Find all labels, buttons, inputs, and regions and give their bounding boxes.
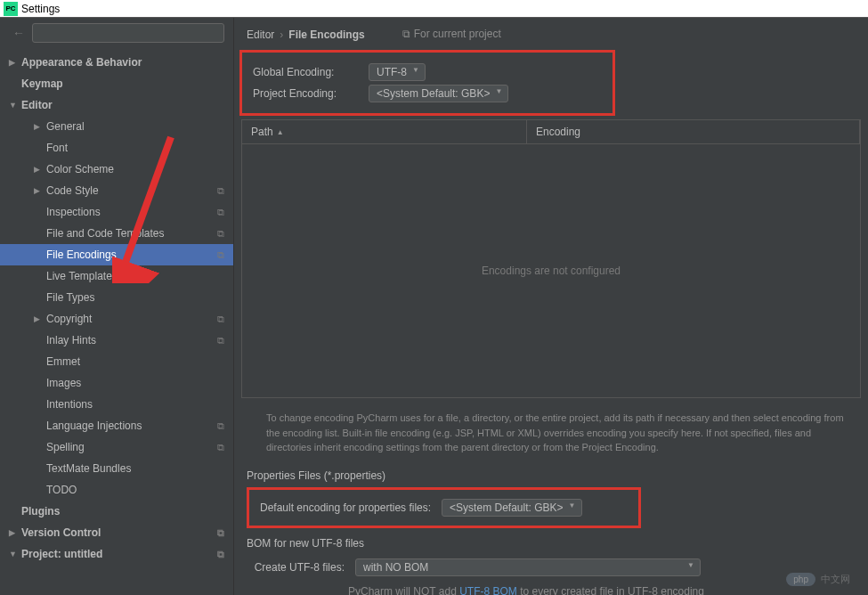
tree-item-label: General [46, 120, 85, 133]
per-project-icon: ⧉ [217, 185, 224, 197]
tree-item-font[interactable]: Font [0, 137, 233, 159]
tree-arrow-icon [34, 122, 43, 131]
tree-item-inlay-hints[interactable]: Inlay Hints⧉ [0, 330, 233, 351]
tree-item-keymap[interactable]: Keymap [0, 73, 233, 94]
tree-item-label: Editor [21, 99, 53, 111]
tree-item-label: Plugins [21, 505, 60, 518]
window-titlebar: PC Settings [0, 0, 868, 18]
tree-item-label: Copyright [46, 313, 92, 325]
app-icon: PC [4, 2, 18, 16]
tree-item-label: Code Style [46, 184, 99, 197]
utf8-bom-link[interactable]: UTF-8 BOM [459, 585, 517, 596]
bom-dropdown[interactable]: with NO BOM [355, 558, 701, 576]
sort-asc-icon: ▲ [277, 128, 284, 136]
tree-item-general[interactable]: General [0, 116, 233, 137]
settings-main: Editor›File Encodings ⧉ For current proj… [234, 18, 868, 595]
search-input[interactable] [32, 23, 224, 43]
tree-item-textmate-bundles[interactable]: TextMate Bundles [0, 458, 233, 479]
settings-tree: Appearance & BehaviorKeymapEditorGeneral… [0, 48, 233, 595]
per-project-icon: ⧉ [217, 207, 224, 218]
tree-arrow-icon [34, 165, 43, 174]
tree-item-label: File Encodings [46, 249, 117, 261]
per-project-icon: ⧉ [217, 549, 224, 560]
tree-item-spelling[interactable]: Spelling⧉ [0, 436, 233, 458]
tree-item-language-injections[interactable]: Language Injections⧉ [0, 415, 233, 436]
tree-item-emmet[interactable]: Emmet [0, 351, 233, 372]
column-path[interactable]: Path▲ [242, 120, 527, 143]
properties-highlight-box: Default encoding for properties files: <… [247, 487, 641, 528]
tree-item-label: Version Control [21, 526, 101, 539]
encoding-info-text: To change encoding PyCharm uses for a fi… [234, 398, 868, 462]
tree-item-label: Color Scheme [46, 163, 114, 175]
settings-sidebar: ← Appearance & BehaviorKeymapEditorGener… [0, 18, 234, 595]
tree-item-appearance-behavior[interactable]: Appearance & Behavior [0, 52, 233, 73]
tree-item-label: Inspections [46, 206, 101, 218]
per-project-icon: ⧉ [217, 314, 224, 325]
for-current-project-link[interactable]: ⧉ For current project [402, 28, 501, 40]
tree-item-label: Spelling [46, 441, 85, 453]
properties-section-title: Properties Files (*.properties) [234, 462, 868, 485]
tree-item-label: TextMate Bundles [46, 462, 131, 475]
per-project-icon: ⧉ [217, 420, 224, 432]
tree-item-label: Language Injections [46, 420, 142, 432]
per-project-icon: ⧉ [217, 442, 224, 453]
tree-arrow-icon [34, 314, 43, 323]
tree-item-version-control[interactable]: Version Control⧉ [0, 522, 233, 543]
tree-arrow-icon [9, 528, 18, 537]
tree-item-label: Appearance & Behavior [21, 56, 142, 69]
tree-item-file-and-code-templates[interactable]: File and Code Templates⧉ [0, 223, 233, 244]
tree-item-intentions[interactable]: Intentions [0, 394, 233, 415]
tree-item-images[interactable]: Images [0, 372, 233, 394]
breadcrumb: Editor›File Encodings [247, 27, 365, 41]
encoding-table: Path▲ Encoding Encodings are not configu… [241, 119, 861, 398]
tree-item-project-untitled[interactable]: Project: untitled⧉ [0, 543, 233, 565]
tree-item-label: Project: untitled [21, 548, 102, 560]
tree-arrow-icon [9, 101, 18, 110]
per-project-icon: ⧉ [217, 335, 224, 346]
global-encoding-dropdown[interactable]: UTF-8 [369, 63, 426, 81]
tree-item-label: Inlay Hints [46, 334, 96, 346]
tree-item-label: File Types [46, 291, 94, 304]
tree-item-todo[interactable]: TODO [0, 479, 233, 501]
tree-item-label: TODO [46, 484, 77, 496]
back-button[interactable]: ← [9, 26, 28, 40]
tree-item-label: Keymap [21, 77, 63, 90]
tree-item-live-templates[interactable]: Live Templates [0, 265, 233, 287]
tree-item-label: Font [46, 142, 68, 154]
column-encoding[interactable]: Encoding [527, 120, 860, 143]
tree-item-label: Live Templates [46, 270, 118, 282]
tree-arrow-icon [9, 58, 18, 67]
bom-label: Create UTF-8 files: [247, 561, 345, 574]
properties-encoding-dropdown[interactable]: <System Default: GBK> [442, 499, 581, 517]
tree-item-copyright[interactable]: Copyright⧉ [0, 308, 233, 330]
tree-item-label: Intentions [46, 398, 93, 411]
tree-item-file-types[interactable]: File Types [0, 287, 233, 308]
tree-item-inspections[interactable]: Inspections⧉ [0, 201, 233, 223]
copy-icon: ⧉ [402, 28, 410, 40]
tree-item-label: Images [46, 377, 81, 389]
tree-item-plugins[interactable]: Plugins [0, 501, 233, 522]
bom-section-title: BOM for new UTF-8 files [234, 530, 868, 553]
tree-item-file-encodings[interactable]: File Encodings⧉ [0, 244, 233, 265]
properties-encoding-label: Default encoding for properties files: [260, 501, 431, 514]
per-project-icon: ⧉ [217, 249, 224, 261]
tree-arrow-icon [9, 550, 18, 558]
project-encoding-dropdown[interactable]: <System Default: GBK> [369, 85, 508, 102]
tree-item-label: Emmet [46, 355, 80, 368]
watermark: php 中文网 [786, 573, 850, 586]
tree-item-code-style[interactable]: Code Style⧉ [0, 180, 233, 201]
encoding-highlight-box: Global Encoding: UTF-8 Project Encoding:… [239, 50, 615, 116]
global-encoding-label: Global Encoding: [253, 66, 369, 78]
bom-note: PyCharm will NOT add UTF-8 BOM to every … [234, 582, 868, 596]
tree-item-editor[interactable]: Editor [0, 94, 233, 116]
window-title: Settings [21, 3, 60, 15]
per-project-icon: ⧉ [217, 228, 224, 240]
tree-arrow-icon [34, 186, 43, 195]
per-project-icon: ⧉ [217, 527, 224, 539]
project-encoding-label: Project Encoding: [253, 87, 369, 100]
tree-item-color-scheme[interactable]: Color Scheme [0, 159, 233, 180]
table-empty-message: Encodings are not configured [242, 144, 860, 397]
tree-item-label: File and Code Templates [46, 227, 165, 240]
